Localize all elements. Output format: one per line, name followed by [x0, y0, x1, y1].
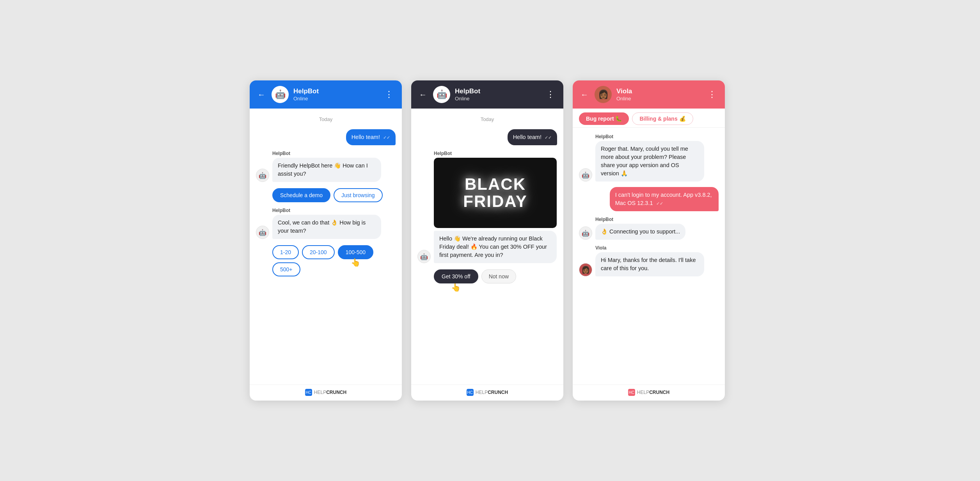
msg-bubble-3b: 👌 Connecting you to support... — [595, 224, 685, 240]
more-button-3[interactable]: ⋮ — [705, 89, 719, 100]
msg-bubble-out-3: I can't login to my account. App v3.8.2,… — [610, 187, 719, 211]
team-100-500-wrap: 100-500 👆 — [338, 245, 373, 259]
msg-bubble-out-2: Hello team! ✓✓ — [508, 129, 557, 145]
msg-bubble-in-2: Cool, we can do that 👌 How big is your t… — [272, 215, 381, 239]
chat-window-1: ← 🤖 HelpBot Online ⋮ Today Hello team! ✓… — [250, 80, 402, 401]
msg-row-in-3b: 🤖 HelpBot 👌 Connecting you to support... — [579, 217, 719, 240]
header-name-1: HelpBot — [293, 87, 378, 95]
msg-bubble-3a: Roger that. Mary, could you tell me more… — [595, 141, 704, 182]
just-browsing-btn[interactable]: Just browsing — [334, 188, 383, 202]
msg-bubble-viola: Hi Mary, thanks for the details. I'll ta… — [595, 252, 704, 276]
chat-header-2: ← 🤖 HelpBot Online ⋮ — [411, 80, 563, 109]
not-now-btn[interactable]: Not now — [481, 269, 516, 283]
msg-row-in-2: 🤖 HelpBot Cool, we can do that 👌 How big… — [256, 208, 396, 239]
msg-row-out-3: I can't login to my account. App v3.8.2,… — [579, 187, 719, 211]
helpcrunch-icon-1: HC — [305, 389, 312, 396]
screenshots-container: ← 🤖 HelpBot Online ⋮ Today Hello team! ✓… — [245, 80, 735, 401]
msg-row-in-3a: 🤖 HelpBot Roger that. Mary, could you te… — [579, 134, 719, 182]
team-20-100-btn[interactable]: 20-100 — [302, 245, 335, 259]
tab-billing-plans[interactable]: Billing & plans 💰 — [632, 112, 693, 125]
msg-bubble-bf: Hello 👋 We're already running our Black … — [434, 231, 557, 263]
msg-content-in-1: HelpBot Friendly HelpBot here 👋 How can … — [272, 151, 381, 182]
chat-tabs-3: Bug report 🐛 Billing & plans 💰 — [573, 109, 725, 128]
header-status-2: Online — [455, 96, 539, 102]
quick-replies-1: Schedule a demo Just browsing — [272, 188, 396, 202]
bot-avatar-1: 🤖 — [272, 86, 289, 103]
header-name-3: Viola — [616, 87, 701, 95]
more-button-1[interactable]: ⋮ — [382, 89, 396, 100]
msg-row-viola: 👩🏾 Viola Hi Mary, thanks for the details… — [579, 245, 719, 276]
chat-footer-3: HC HELPCRUNCH — [573, 385, 725, 401]
header-info-1: HelpBot Online — [293, 87, 378, 102]
msg-avatar-bot-3: 🤖 — [579, 168, 592, 182]
back-button-3[interactable]: ← — [579, 89, 590, 101]
msg-row-in-bf: 🤖 HelpBot BLACKFRIDAY Hello 👋 We're alre… — [417, 151, 557, 263]
header-name-2: HelpBot — [455, 87, 539, 95]
msg-row-out-2: Hello team! ✓✓ — [417, 129, 557, 145]
msg-avatar-bot-bf: 🤖 — [417, 250, 431, 263]
msg-avatar-bot-2: 🤖 — [256, 226, 269, 239]
msg-row-out-1: Hello team! ✓✓ — [256, 129, 396, 145]
chat-body-2: Today Hello team! ✓✓ 🤖 HelpBot BLACKFRID… — [411, 109, 563, 385]
msg-content-out-1: Hello team! ✓✓ — [346, 129, 396, 145]
msg-content-in-2: HelpBot Cool, we can do that 👌 How big i… — [272, 208, 381, 239]
msg-avatar-bot-3b: 🤖 — [579, 226, 592, 240]
schedule-demo-btn[interactable]: Schedule a demo — [272, 188, 330, 202]
black-friday-image: BLACKFRIDAY — [434, 158, 557, 228]
date-divider-1: Today — [256, 116, 396, 122]
back-button-1[interactable]: ← — [256, 89, 267, 101]
msg-content-3b: HelpBot 👌 Connecting you to support... — [595, 217, 685, 240]
quick-replies-bf: Get 30% off 👆 Not now — [434, 269, 557, 283]
helpcrunch-brand-2: HC HELPCRUNCH — [467, 389, 508, 396]
chat-body-1: Today Hello team! ✓✓ 🤖 HelpBot Friendly … — [250, 109, 402, 385]
header-info-2: HelpBot Online — [455, 87, 539, 102]
quick-replies-2: 1-20 20-100 100-500 👆 500+ — [272, 245, 396, 276]
team-100-500-btn[interactable]: 100-500 — [338, 245, 373, 259]
msg-avatar-bot-1: 🤖 — [256, 169, 269, 182]
tab-bug-report[interactable]: Bug report 🐛 — [579, 112, 629, 125]
helpcrunch-icon-3: HC — [628, 389, 635, 396]
header-status-1: Online — [293, 96, 378, 102]
msg-content-3a: HelpBot Roger that. Mary, could you tell… — [595, 134, 704, 182]
chat-footer-1: HC HELPCRUNCH — [250, 385, 402, 401]
msg-content-out-2: Hello team! ✓✓ — [508, 129, 557, 145]
msg-bubble-out-1: Hello team! ✓✓ — [346, 129, 396, 145]
chat-header-3: ← 👩🏾 Viola Online ⋮ — [573, 80, 725, 109]
header-info-3: Viola Online — [616, 87, 701, 102]
msg-content-viola: Viola Hi Mary, thanks for the details. I… — [595, 245, 704, 276]
chat-body-3: 🤖 HelpBot Roger that. Mary, could you te… — [573, 128, 725, 385]
chat-footer-2: HC HELPCRUNCH — [411, 385, 563, 401]
chat-header-1: ← 🤖 HelpBot Online ⋮ — [250, 80, 402, 109]
get-30-btn[interactable]: Get 30% off — [434, 269, 478, 283]
msg-row-in-1: 🤖 HelpBot Friendly HelpBot here 👋 How ca… — [256, 151, 396, 182]
chat-window-2: ← 🤖 HelpBot Online ⋮ Today Hello team! ✓… — [411, 80, 563, 401]
bot-avatar-2: 🤖 — [433, 86, 450, 103]
team-500-plus-btn[interactable]: 500+ — [272, 262, 300, 276]
chat-window-3: ← 👩🏾 Viola Online ⋮ Bug report 🐛 Billing… — [573, 80, 725, 401]
back-button-2[interactable]: ← — [417, 89, 428, 101]
team-1-20-btn[interactable]: 1-20 — [272, 245, 299, 259]
header-status-3: Online — [616, 96, 701, 102]
msg-content-bf: HelpBot BLACKFRIDAY Hello 👋 We're alread… — [434, 151, 557, 263]
date-divider-2: Today — [417, 116, 557, 122]
helpcrunch-brand-1: HC HELPCRUNCH — [305, 389, 346, 396]
viola-avatar: 👩🏾 — [579, 263, 592, 276]
more-button-2[interactable]: ⋮ — [544, 89, 557, 100]
msg-bubble-in-1: Friendly HelpBot here 👋 How can I assist… — [272, 158, 381, 182]
bf-text: BLACKFRIDAY — [463, 176, 527, 210]
helpcrunch-icon-2: HC — [467, 389, 474, 396]
msg-content-out-3: I can't login to my account. App v3.8.2,… — [610, 187, 719, 211]
agent-avatar-3: 👩🏾 — [595, 86, 612, 103]
helpcrunch-brand-3: HC HELPCRUNCH — [628, 389, 669, 396]
get-30-wrap: Get 30% off 👆 — [434, 269, 478, 283]
